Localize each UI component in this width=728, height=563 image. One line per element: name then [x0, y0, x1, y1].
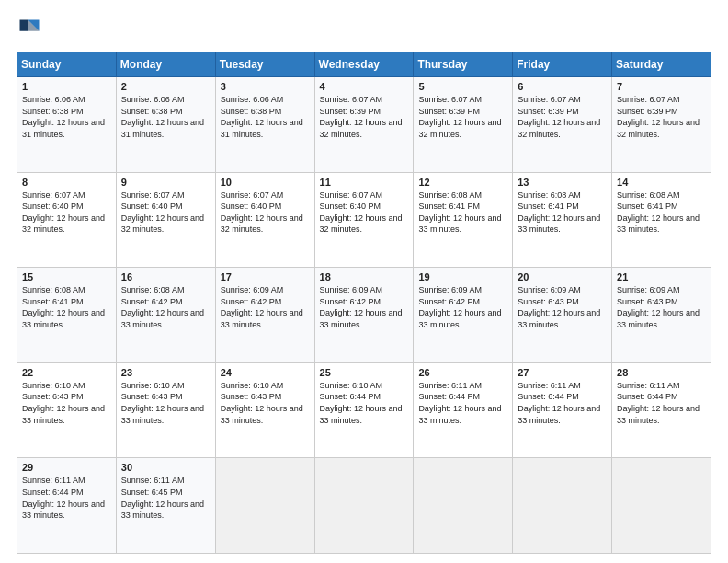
day-info: Sunrise: 6:07 AM Sunset: 6:39 PM Dayligh…	[518, 94, 607, 140]
sunrise-label: Sunrise: 6:06 AM	[221, 95, 284, 104]
daylight-label: Daylight: 12 hours and 33 minutes.	[617, 213, 700, 235]
calendar-day-cell	[414, 458, 513, 554]
sunset-label: Sunset: 6:45 PM	[121, 488, 183, 497]
day-info: Sunrise: 6:08 AM Sunset: 6:41 PM Dayligh…	[617, 190, 706, 236]
day-info: Sunrise: 6:08 AM Sunset: 6:41 PM Dayligh…	[22, 284, 111, 330]
sunset-label: Sunset: 6:43 PM	[617, 297, 678, 306]
day-info: Sunrise: 6:07 AM Sunset: 6:39 PM Dayligh…	[617, 94, 706, 140]
sunset-label: Sunset: 6:43 PM	[121, 392, 183, 401]
day-number: 10	[221, 177, 310, 188]
day-number: 24	[221, 367, 310, 378]
day-number: 19	[418, 271, 507, 282]
calendar-day-cell: 27 Sunrise: 6:11 AM Sunset: 6:44 PM Dayl…	[513, 362, 612, 458]
calendar-day-cell	[612, 458, 711, 554]
daylight-label: Daylight: 12 hours and 32 minutes.	[121, 213, 204, 235]
day-info: Sunrise: 6:07 AM Sunset: 6:39 PM Dayligh…	[320, 94, 409, 140]
sunset-label: Sunset: 6:41 PM	[518, 201, 579, 211]
day-info: Sunrise: 6:11 AM Sunset: 6:44 PM Dayligh…	[617, 380, 706, 426]
sunrise-label: Sunrise: 6:08 AM	[518, 190, 581, 200]
calendar-header: SundayMondayTuesdayWednesdayThursdayFrid…	[17, 52, 711, 77]
day-info: Sunrise: 6:06 AM Sunset: 6:38 PM Dayligh…	[121, 94, 210, 140]
day-info: Sunrise: 6:10 AM Sunset: 6:43 PM Dayligh…	[121, 380, 210, 426]
day-info: Sunrise: 6:08 AM Sunset: 6:41 PM Dayligh…	[418, 190, 507, 236]
calendar-day-cell: 7 Sunrise: 6:07 AM Sunset: 6:39 PM Dayli…	[612, 77, 711, 173]
logo-icon	[17, 17, 42, 42]
svg-rect-2	[20, 20, 28, 31]
sunrise-label: Sunrise: 6:10 AM	[320, 381, 383, 390]
sunrise-label: Sunrise: 6:07 AM	[617, 95, 680, 104]
calendar-week-row: 1 Sunrise: 6:06 AM Sunset: 6:38 PM Dayli…	[17, 77, 711, 173]
sunrise-label: Sunrise: 6:11 AM	[518, 381, 581, 390]
calendar-day-cell: 30 Sunrise: 6:11 AM Sunset: 6:45 PM Dayl…	[116, 458, 215, 554]
calendar-week-row: 22 Sunrise: 6:10 AM Sunset: 6:43 PM Dayl…	[17, 362, 711, 458]
sunrise-label: Sunrise: 6:07 AM	[518, 95, 581, 104]
calendar-day-cell: 26 Sunrise: 6:11 AM Sunset: 6:44 PM Dayl…	[414, 362, 513, 458]
sunrise-label: Sunrise: 6:07 AM	[320, 95, 383, 104]
sunset-label: Sunset: 6:40 PM	[320, 201, 381, 211]
calendar-day-cell: 14 Sunrise: 6:08 AM Sunset: 6:41 PM Dayl…	[612, 172, 711, 268]
daylight-label: Daylight: 12 hours and 32 minutes.	[22, 213, 105, 235]
calendar-day-cell: 23 Sunrise: 6:10 AM Sunset: 6:43 PM Dayl…	[116, 362, 215, 458]
calendar-week-row: 15 Sunrise: 6:08 AM Sunset: 6:41 PM Dayl…	[17, 268, 711, 363]
sunset-label: Sunset: 6:43 PM	[221, 392, 282, 401]
sunrise-label: Sunrise: 6:09 AM	[617, 285, 680, 294]
sunrise-label: Sunrise: 6:10 AM	[121, 381, 185, 390]
calendar-day-cell: 9 Sunrise: 6:07 AM Sunset: 6:40 PM Dayli…	[116, 172, 215, 268]
sunrise-label: Sunrise: 6:07 AM	[320, 190, 383, 200]
calendar-day-cell: 4 Sunrise: 6:07 AM Sunset: 6:39 PM Dayli…	[314, 77, 414, 173]
calendar-day-cell: 18 Sunrise: 6:09 AM Sunset: 6:42 PM Dayl…	[314, 268, 414, 363]
sunrise-label: Sunrise: 6:11 AM	[121, 476, 185, 485]
daylight-label: Daylight: 12 hours and 32 minutes.	[617, 118, 700, 139]
calendar-day-cell: 2 Sunrise: 6:06 AM Sunset: 6:38 PM Dayli…	[116, 77, 215, 173]
sunrise-label: Sunrise: 6:06 AM	[121, 95, 185, 104]
calendar-day-cell: 25 Sunrise: 6:10 AM Sunset: 6:44 PM Dayl…	[314, 362, 414, 458]
daylight-label: Daylight: 12 hours and 32 minutes.	[418, 118, 501, 139]
day-info: Sunrise: 6:09 AM Sunset: 6:43 PM Dayligh…	[617, 284, 706, 330]
sunset-label: Sunset: 6:43 PM	[22, 392, 84, 401]
calendar-week-row: 8 Sunrise: 6:07 AM Sunset: 6:40 PM Dayli…	[17, 172, 711, 268]
sunset-label: Sunset: 6:38 PM	[121, 107, 183, 116]
calendar-day-cell: 8 Sunrise: 6:07 AM Sunset: 6:40 PM Dayli…	[17, 172, 117, 268]
calendar-day-cell: 21 Sunrise: 6:09 AM Sunset: 6:43 PM Dayl…	[612, 268, 711, 363]
sunrise-label: Sunrise: 6:09 AM	[418, 285, 482, 294]
header-cell: Tuesday	[215, 52, 314, 77]
day-number: 17	[221, 271, 310, 282]
day-info: Sunrise: 6:07 AM Sunset: 6:40 PM Dayligh…	[221, 190, 310, 236]
calendar-day-cell: 15 Sunrise: 6:08 AM Sunset: 6:41 PM Dayl…	[17, 268, 117, 363]
day-number: 15	[22, 271, 111, 282]
day-number: 11	[320, 177, 409, 188]
sunset-label: Sunset: 6:44 PM	[320, 392, 381, 401]
sunset-label: Sunset: 6:39 PM	[418, 107, 480, 116]
sunrise-label: Sunrise: 6:08 AM	[121, 285, 185, 294]
day-number: 22	[22, 367, 111, 378]
header-row: SundayMondayTuesdayWednesdayThursdayFrid…	[17, 52, 711, 77]
day-info: Sunrise: 6:10 AM Sunset: 6:43 PM Dayligh…	[221, 380, 310, 426]
page: SundayMondayTuesdayWednesdayThursdayFrid…	[0, 0, 728, 563]
daylight-label: Daylight: 12 hours and 33 minutes.	[221, 308, 303, 329]
sunrise-label: Sunrise: 6:10 AM	[22, 381, 85, 390]
sunrise-label: Sunrise: 6:07 AM	[221, 190, 284, 200]
day-info: Sunrise: 6:07 AM Sunset: 6:40 PM Dayligh…	[121, 190, 210, 236]
sunset-label: Sunset: 6:42 PM	[121, 297, 183, 306]
day-number: 25	[320, 367, 409, 378]
calendar-day-cell: 6 Sunrise: 6:07 AM Sunset: 6:39 PM Dayli…	[513, 77, 612, 173]
daylight-label: Daylight: 12 hours and 33 minutes.	[22, 308, 105, 329]
day-number: 30	[121, 462, 210, 473]
day-info: Sunrise: 6:08 AM Sunset: 6:42 PM Dayligh…	[121, 284, 210, 330]
calendar-day-cell	[513, 458, 612, 554]
header-cell: Sunday	[17, 52, 117, 77]
sunrise-label: Sunrise: 6:11 AM	[418, 381, 482, 390]
day-number: 26	[418, 367, 507, 378]
calendar-day-cell: 12 Sunrise: 6:08 AM Sunset: 6:41 PM Dayl…	[414, 172, 513, 268]
sunset-label: Sunset: 6:40 PM	[121, 201, 183, 211]
day-info: Sunrise: 6:07 AM Sunset: 6:39 PM Dayligh…	[418, 94, 507, 140]
sunset-label: Sunset: 6:41 PM	[418, 201, 480, 211]
daylight-label: Daylight: 12 hours and 33 minutes.	[121, 404, 204, 425]
sunrise-label: Sunrise: 6:11 AM	[22, 476, 85, 485]
sunset-label: Sunset: 6:42 PM	[418, 297, 480, 306]
sunset-label: Sunset: 6:40 PM	[221, 201, 282, 211]
daylight-label: Daylight: 12 hours and 33 minutes.	[320, 404, 403, 425]
daylight-label: Daylight: 12 hours and 32 minutes.	[320, 213, 403, 235]
day-info: Sunrise: 6:07 AM Sunset: 6:40 PM Dayligh…	[320, 190, 409, 236]
day-info: Sunrise: 6:11 AM Sunset: 6:44 PM Dayligh…	[418, 380, 507, 426]
